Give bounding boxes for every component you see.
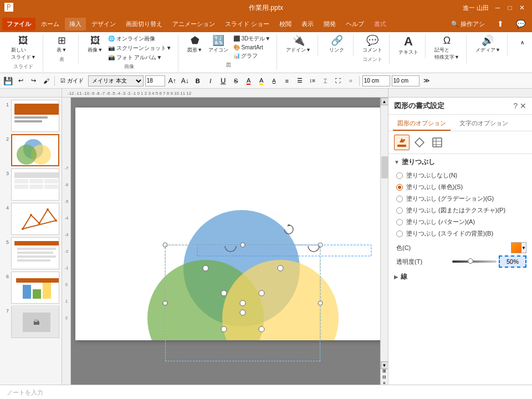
strikethrough-button[interactable]: S: [231, 75, 242, 86]
circle-button[interactable]: ○: [345, 75, 356, 86]
slide-preview-3[interactable]: [11, 168, 59, 201]
more-options-button[interactable]: ≫: [421, 75, 432, 86]
new-slide-button[interactable]: 🖼 新しいスライド▼: [9, 34, 38, 62]
photo-album-button[interactable]: 📸 フォト アルバム▼: [106, 53, 173, 62]
redo-button[interactable]: ↪: [28, 75, 39, 86]
slide-thumb-7[interactable]: 7 🏔: [2, 306, 59, 338]
slide-thumb-3[interactable]: 3: [2, 168, 59, 201]
ribbon-collapse-button[interactable]: ∧: [516, 37, 528, 48]
tab-text-options[interactable]: 文字のオプション: [455, 117, 513, 131]
option-pattern[interactable]: 塗りつぶし (パターン)(A): [394, 218, 526, 226]
underline-button[interactable]: U: [218, 75, 229, 86]
view-control-1[interactable]: ⊞: [382, 369, 386, 374]
line-section-header[interactable]: ▶ 線: [394, 272, 526, 282]
menu-animations[interactable]: アニメーション: [168, 18, 219, 30]
fill-icon-button[interactable]: [394, 135, 410, 150]
color-picker-button[interactable]: ▼: [511, 242, 526, 253]
view-control-2[interactable]: ⊟: [382, 375, 386, 380]
slide-preview-6[interactable]: [11, 272, 59, 304]
transparency-handle[interactable]: [468, 258, 473, 264]
menu-design[interactable]: デザイン: [87, 18, 120, 30]
more-format-button[interactable]: ⛶: [332, 75, 344, 86]
line-spacing-button[interactable]: ↕≡: [307, 75, 318, 86]
menu-file[interactable]: ファイル: [2, 18, 35, 30]
menu-help[interactable]: ヘルプ: [341, 18, 369, 30]
scroll-down-button[interactable]: ▼: [381, 361, 388, 369]
option-none[interactable]: 塗りつぶしなし(N): [394, 171, 526, 180]
view-control-3[interactable]: ≡: [383, 381, 386, 385]
chart-button[interactable]: 📊 グラフ: [232, 52, 272, 60]
color-dropdown-arrow[interactable]: ▼: [521, 243, 526, 253]
increase-font-button[interactable]: A↑: [167, 75, 178, 86]
transparency-slider[interactable]: [452, 260, 497, 263]
radio-pattern[interactable]: [396, 219, 403, 226]
notes-placeholder[interactable]: ノートを入力: [7, 388, 43, 397]
panel-help-button[interactable]: ?: [513, 101, 518, 110]
radio-background[interactable]: [396, 231, 403, 237]
menu-developer[interactable]: 開発: [319, 18, 340, 30]
checkbox-guide[interactable]: ☑ ガイド: [58, 75, 86, 86]
media-button[interactable]: 🔊 メディア▼: [473, 34, 503, 55]
decrease-font-button[interactable]: A↓: [180, 75, 191, 86]
text-shadow-button[interactable]: A̲: [269, 75, 280, 86]
option-solid[interactable]: 塗りつぶし (単色)(S): [394, 183, 526, 191]
fill-section-header[interactable]: ▼ 塗りつぶし: [394, 157, 526, 167]
slide-thumb-2[interactable]: 2: [2, 134, 59, 166]
menu-view[interactable]: 表示: [297, 18, 318, 30]
tab-shape-options[interactable]: 図形のオプション: [393, 117, 451, 131]
slide-preview-4[interactable]: [11, 203, 59, 235]
rotate-handle[interactable]: [283, 224, 294, 236]
scroll-up-button[interactable]: ▲: [381, 98, 388, 105]
radio-gradient[interactable]: [396, 196, 403, 202]
menu-review[interactable]: 校閲: [275, 18, 296, 30]
link-button[interactable]: 🔗 リンク: [327, 34, 347, 55]
font-size-input[interactable]: [145, 75, 165, 86]
comment-button[interactable]: 💬: [511, 17, 530, 30]
radio-solid[interactable]: [396, 184, 403, 191]
italic-button[interactable]: I: [205, 75, 216, 86]
undo-button[interactable]: ↩: [15, 75, 26, 86]
image-button[interactable]: 🖼 画像▼: [85, 34, 105, 55]
menu-home[interactable]: ホーム: [37, 18, 64, 30]
close-button[interactable]: ✕: [516, 2, 528, 13]
radio-none[interactable]: [396, 172, 403, 179]
online-image-button[interactable]: 🌐 オンライン画像: [106, 34, 173, 43]
slide-thumb-6[interactable]: 6: [2, 272, 59, 304]
scroll-thumb[interactable]: [381, 156, 388, 178]
addon-button[interactable]: 🔌 アドイン▼: [284, 34, 313, 55]
smartart-button[interactable]: 🎨 SmartArt: [232, 44, 272, 51]
vertical-scrollbar[interactable]: ▲ ▼ ⊞ ⊟ ≡: [380, 98, 388, 385]
menu-transitions[interactable]: 画面切り替え: [121, 18, 167, 30]
menu-slideshow[interactable]: スライド ショー: [221, 18, 274, 30]
comment-ribbon-button[interactable]: 💬 コメント: [360, 34, 385, 55]
bold-button[interactable]: B: [192, 75, 203, 86]
slide-thumb-4[interactable]: 4: [2, 203, 59, 235]
slide-preview-1[interactable]: [11, 100, 59, 132]
scroll-track[interactable]: [381, 105, 388, 361]
font-selector[interactable]: メイリオ 本文: [88, 75, 144, 86]
slide-preview-2[interactable]: [11, 134, 59, 166]
symbol-button[interactable]: Ω 記号と特殊文字▼: [432, 34, 462, 62]
search-button[interactable]: 🔍 操作アシ: [447, 18, 489, 30]
textbox-button[interactable]: A テキスト: [396, 34, 421, 57]
menu-insert[interactable]: 挿入: [65, 18, 86, 30]
height-input[interactable]: 10 cm: [392, 75, 420, 86]
font-color-button[interactable]: A: [243, 75, 254, 86]
panel-close-button[interactable]: ✕: [520, 101, 526, 110]
highlight-button[interactable]: A: [256, 75, 267, 86]
line-icon-button[interactable]: [412, 135, 427, 150]
icons-button[interactable]: 🔣 アイコン: [206, 34, 231, 55]
restore-button[interactable]: □: [504, 2, 515, 13]
share-button[interactable]: ⬆: [493, 17, 508, 30]
slide-thumb-5[interactable]: 5: [2, 237, 59, 269]
format-paint-button[interactable]: 🖌: [40, 75, 52, 86]
width-input[interactable]: 10 cm: [362, 75, 390, 86]
columns-button[interactable]: ⌶: [320, 75, 331, 86]
slide-thumb-1[interactable]: 1: [2, 100, 59, 132]
effects-icon-button[interactable]: [429, 135, 445, 150]
transparency-input[interactable]: 50%: [499, 255, 526, 268]
option-background[interactable]: 塗りつぶし (スライドの背景)(B): [394, 229, 526, 238]
menu-format[interactable]: 書式: [370, 18, 391, 30]
radio-pattern-fill[interactable]: [396, 207, 403, 214]
shapes-button[interactable]: ⬟ 図形▼: [185, 34, 205, 55]
